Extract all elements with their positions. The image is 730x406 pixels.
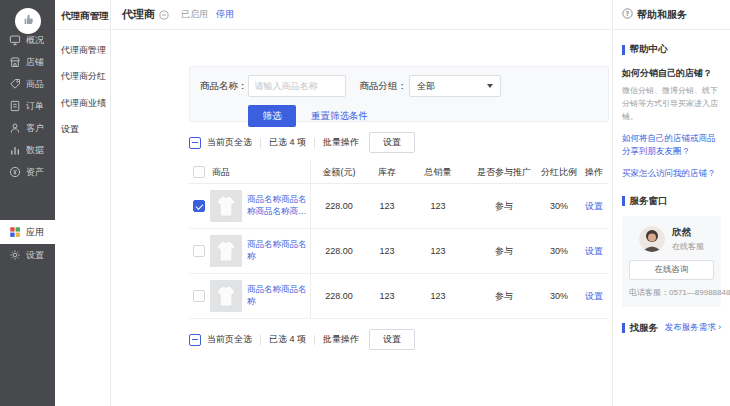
col-stock: 库存 — [367, 166, 407, 179]
row-settings-link[interactable]: 设置 — [579, 200, 609, 213]
find-service-title-wrap: 找服务 — [622, 322, 658, 335]
help-panel: ? 帮助和服务 帮助中心 如何分销自己的店铺？ 微信分销、微博分销、线下分销等方… — [612, 0, 730, 406]
sidebar-item-assets[interactable]: 资产 — [0, 161, 55, 183]
col-ratio: 分红比例 — [539, 166, 579, 179]
filter-reset-link[interactable]: 重置筛选条件 — [311, 110, 368, 123]
sidebar-item-label: 设置 — [26, 249, 44, 262]
shop-icon — [9, 56, 21, 68]
cell-stock: 123 — [367, 246, 407, 256]
data-chart-icon — [9, 144, 21, 156]
cell-promotion: 参与 — [469, 245, 539, 258]
help-link-visit[interactable]: 买家怎么访问我的店铺？ — [622, 167, 721, 180]
product-name-link[interactable]: 商品名称商品名称 — [247, 284, 310, 308]
selected-count: 已选 4 项 — [269, 333, 306, 346]
cell-ratio: 30% — [539, 246, 579, 256]
help-answer: 微信分销、微博分销、线下分销等方式引导买家进入店铺。 — [622, 85, 721, 123]
batch-settings-button[interactable]: 设置 — [369, 329, 415, 350]
batch-settings-button[interactable]: 设置 — [369, 132, 415, 153]
agent-role: 在线客服 — [672, 241, 704, 252]
sidebar-item-label: 概况 — [26, 34, 44, 47]
asset-coin-icon — [9, 166, 21, 178]
row-checkbox[interactable] — [193, 200, 205, 212]
question-circle-icon: ? — [622, 8, 633, 21]
cell-amount: 228.00 — [311, 291, 367, 301]
online-consult-button[interactable]: 在线咨询 — [629, 260, 714, 280]
sidebar-item-label: 应用 — [26, 226, 44, 239]
col-amount: 金额(元) — [311, 166, 367, 179]
product-image — [210, 235, 242, 267]
section-marker — [622, 196, 625, 206]
select-all-checkbox[interactable] — [189, 334, 201, 346]
cell-promotion: 参与 — [469, 200, 539, 213]
cell-amount: 228.00 — [311, 201, 367, 211]
products-table: 商品 金额(元) 库存 总销量 是否参与推广 分红比例 操作 商品名称商品名称商… — [189, 161, 609, 319]
table-row: 商品名称商品名称 228.00 123 123 参与 30% 设置 — [189, 229, 609, 274]
product-image — [210, 190, 242, 222]
sidebar-item-data[interactable]: 数据 — [0, 139, 55, 161]
main-area: 代理商 已启用 停用 商品名称： 商品分组： 全部 筛选 重置筛选条件 — [112, 0, 611, 406]
cell-ratio: 30% — [539, 291, 579, 301]
select-all-label: 当前页全选 — [207, 136, 252, 149]
sidebar-item-label: 资产 — [26, 166, 44, 179]
header-checkbox[interactable] — [193, 166, 205, 178]
divider — [260, 335, 261, 345]
publish-service-link[interactable]: 发布服务需求 › — [665, 322, 721, 334]
sidebar-item-apps[interactable]: 应用 — [0, 220, 55, 244]
primary-nav-bottom: 应用 设置 — [0, 220, 55, 266]
select-all-label: 当前页全选 — [207, 333, 252, 346]
row-settings-link[interactable]: 设置 — [579, 290, 609, 303]
submenu-item-agent-dividend[interactable]: 代理商分红 — [61, 70, 110, 83]
submenu-item-agent-performance[interactable]: 代理商业绩 — [61, 97, 110, 110]
col-promotion: 是否参与推广 — [469, 166, 539, 179]
divider — [314, 335, 315, 345]
product-name-link[interactable]: 商品名称商品名称商品名称商品名d称... — [247, 194, 310, 218]
agent-avatar — [639, 226, 665, 252]
divider — [314, 138, 315, 148]
sidebar-item-orders[interactable]: 订单 — [0, 95, 55, 117]
sidebar-item-label: 客户 — [26, 122, 44, 135]
filter-panel: 商品名称： 商品分组： 全部 筛选 重置筛选条件 — [189, 66, 609, 122]
sidebar-item-settings[interactable]: 设置 — [0, 244, 55, 266]
sidebar-item-shop[interactable]: 店铺 — [0, 51, 55, 73]
overview-monitor-icon — [9, 34, 21, 46]
product-group-select[interactable]: 全部 — [409, 75, 501, 97]
disable-app-link[interactable]: 停用 — [216, 8, 234, 21]
row-settings-link[interactable]: 设置 — [579, 245, 609, 258]
sidebar-item-label: 订单 — [26, 100, 44, 113]
content: 商品名称： 商品分组： 全部 筛选 重置筛选条件 当前页全选 已选 4 项 批量… — [189, 66, 609, 350]
sidebar-item-overview[interactable]: 概况 — [0, 29, 55, 51]
sidebar-item-customers[interactable]: 客户 — [0, 117, 55, 139]
row-checkbox[interactable] — [193, 290, 205, 302]
sidebar-item-goods[interactable]: 商品 — [0, 73, 55, 95]
help-link-share[interactable]: 如何将自己的店铺或商品分享到朋友友圈？ — [622, 132, 721, 158]
select-all-checkbox[interactable] — [189, 137, 201, 149]
product-name-link[interactable]: 商品名称商品名称 — [247, 239, 310, 263]
sidebar-item-label: 店铺 — [26, 56, 44, 69]
submenu-item-settings[interactable]: 设置 — [61, 123, 110, 136]
product-group-label: 商品分组： — [360, 80, 408, 93]
batch-actions-label: 批量操作 — [323, 136, 359, 149]
section-title: 服务窗口 — [630, 195, 668, 208]
apps-grid-icon — [9, 226, 21, 238]
product-name-input[interactable] — [248, 75, 346, 97]
row-checkbox[interactable] — [193, 245, 205, 257]
app-info-icon[interactable] — [159, 10, 169, 20]
product-group-value: 全部 — [417, 80, 435, 93]
main-header: 代理商 已启用 停用 — [112, 0, 611, 30]
table-row: 商品名称商品名称 228.00 123 123 参与 30% 设置 — [189, 274, 609, 319]
filter-submit-button[interactable]: 筛选 — [248, 105, 296, 127]
section-marker — [622, 45, 625, 55]
submenu-item-agent-manage[interactable]: 代理商管理 — [61, 44, 110, 57]
cell-sales: 123 — [407, 291, 469, 301]
agent-name: 欣然 — [672, 226, 704, 239]
thumb-logo-icon — [21, 12, 35, 30]
section-marker — [622, 323, 625, 333]
cell-stock: 123 — [367, 201, 407, 211]
status-badge: 已启用 — [181, 8, 208, 21]
table-header: 商品 金额(元) 库存 总销量 是否参与推广 分红比例 操作 — [189, 161, 609, 184]
order-list-icon — [9, 100, 21, 112]
product-image — [210, 280, 242, 312]
product-name-label: 商品名称： — [200, 80, 248, 93]
col-action: 操作 — [579, 166, 609, 179]
find-service-section: 找服务 发布服务需求 › — [622, 322, 721, 335]
